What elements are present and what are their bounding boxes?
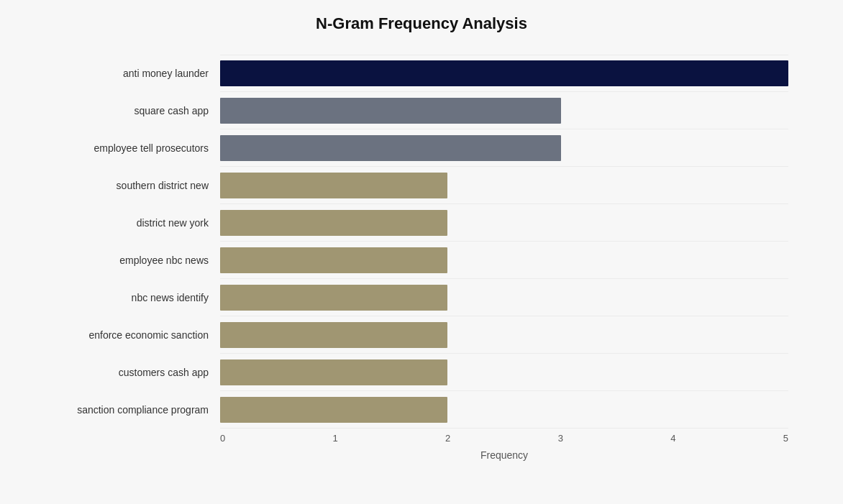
axis-ticks: 012345 (220, 433, 788, 444)
bar-row: enforce economic sanction (220, 316, 788, 354)
bar-rect (220, 285, 447, 311)
bar-label: southern district new (55, 180, 214, 191)
axis-tick: 5 (783, 433, 788, 444)
bar-row: square cash app (220, 92, 788, 129)
bar-rect (220, 359, 447, 385)
bar-label: district new york (55, 217, 214, 229)
axis-tick: 0 (220, 433, 225, 444)
bar-label: employee nbc news (55, 255, 214, 266)
chart-area: anti money laundersquare cash appemploye… (55, 55, 788, 429)
bar-rect (220, 397, 447, 423)
bar-rect (220, 98, 561, 124)
axis-tick: 3 (558, 433, 563, 444)
bar-label: anti money launder (55, 68, 214, 79)
bar-label: sanction compliance program (55, 404, 214, 416)
bar-row: sanction compliance program (220, 391, 788, 429)
bar-rect (220, 60, 788, 86)
chart-title: N-Gram Frequency Analysis (55, 14, 788, 33)
bar-label: square cash app (55, 105, 214, 116)
bar-rect (220, 210, 447, 236)
bar-row: anti money launder (220, 55, 788, 92)
bar-row: customers cash app (220, 354, 788, 391)
bar-rect (220, 173, 447, 198)
x-axis-area: 012345 Frequency (55, 433, 788, 461)
axis-tick: 2 (445, 433, 450, 444)
chart-container: N-Gram Frequency Analysis anti money lau… (26, 0, 817, 504)
bar-row: employee nbc news (220, 242, 788, 279)
bar-rect (220, 135, 561, 161)
bar-row: district new york (220, 204, 788, 242)
x-axis-label: Frequency (220, 449, 788, 461)
bar-row: employee tell prosecutors (220, 129, 788, 167)
bar-row: nbc news identify (220, 279, 788, 316)
bar-label: enforce economic sanction (55, 329, 214, 341)
bar-row: southern district new (220, 167, 788, 204)
bar-label: nbc news identify (55, 292, 214, 303)
axis-tick: 1 (333, 433, 338, 444)
bar-label: customers cash app (55, 367, 214, 378)
bar-rect (220, 322, 447, 348)
bar-label: employee tell prosecutors (55, 142, 214, 154)
axis-tick: 4 (670, 433, 675, 444)
bar-rect (220, 247, 447, 273)
